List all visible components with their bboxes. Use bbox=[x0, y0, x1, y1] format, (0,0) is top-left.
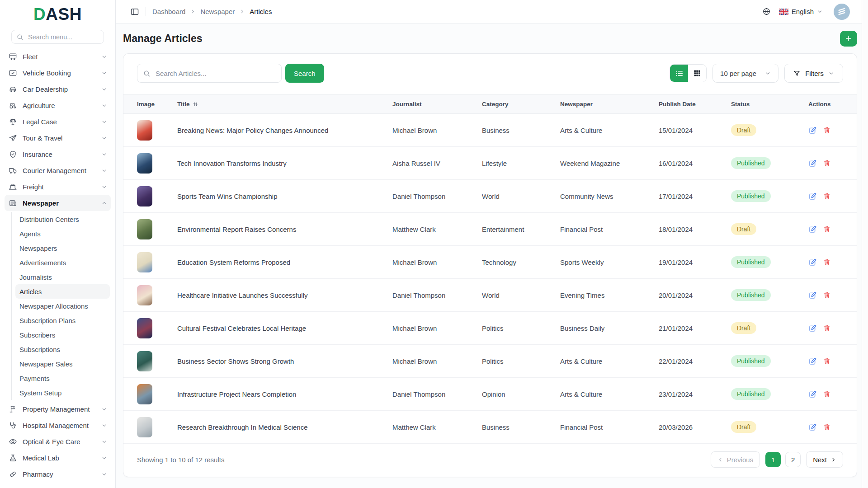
delete-button[interactable] bbox=[823, 291, 831, 299]
sidebar-subitem-subscription-plans[interactable]: Subscription Plans bbox=[15, 313, 110, 328]
sidebar-item-freight[interactable]: Freight bbox=[5, 178, 111, 195]
sidebar-item-pharmacy[interactable]: Pharmacy bbox=[5, 466, 111, 482]
sidebar-item-car-dealership[interactable]: Car Dealership bbox=[5, 81, 111, 97]
edit-icon bbox=[808, 126, 817, 135]
sidebar-item-agriculture[interactable]: Agriculture bbox=[5, 97, 111, 113]
previous-page-button[interactable]: Previous bbox=[711, 451, 760, 468]
sidebar-search bbox=[11, 30, 104, 44]
table-row: Infrastructure Project Nears CompletionD… bbox=[123, 378, 857, 411]
delete-button[interactable] bbox=[823, 126, 831, 134]
globe-icon[interactable] bbox=[762, 7, 771, 16]
column-header-status: Status bbox=[724, 95, 801, 114]
chevron-right-icon bbox=[830, 457, 836, 463]
search-button[interactable]: Search bbox=[285, 64, 324, 83]
delete-button[interactable] bbox=[823, 225, 831, 233]
delete-button[interactable] bbox=[823, 258, 831, 266]
article-publish-date: 23/01/2024 bbox=[651, 378, 724, 411]
table-header-row: ImageTitleJournalistCategoryNewspaperPub… bbox=[123, 95, 857, 114]
row-actions bbox=[808, 291, 849, 300]
sidebar-item-label: Courier Management bbox=[23, 167, 96, 174]
sidebar-item-medical-lab[interactable]: Medical Lab bbox=[5, 450, 111, 466]
status-badge: Published bbox=[731, 256, 771, 268]
articles-table: ImageTitleJournalistCategoryNewspaperPub… bbox=[123, 94, 857, 444]
delete-button[interactable] bbox=[823, 423, 831, 431]
edit-icon bbox=[808, 258, 817, 267]
sidebar-search-input[interactable] bbox=[27, 33, 99, 41]
language-selector[interactable]: English bbox=[776, 7, 826, 16]
sort-icon[interactable] bbox=[193, 101, 198, 107]
courier-truck-icon bbox=[8, 166, 17, 175]
sidebar-toggle-button[interactable] bbox=[130, 7, 139, 16]
page-button-1[interactable]: 1 bbox=[765, 452, 781, 467]
sidebar-subitem-distribution-centers[interactable]: Distribution Centers bbox=[15, 212, 110, 226]
edit-icon bbox=[808, 192, 817, 201]
edit-button[interactable] bbox=[808, 159, 817, 168]
plane-icon bbox=[8, 133, 17, 142]
sidebar-subitem-payments[interactable]: Payments bbox=[15, 371, 110, 385]
edit-button[interactable] bbox=[808, 258, 817, 267]
delete-button[interactable] bbox=[823, 357, 831, 365]
sidebar-subitem-newspapers[interactable]: Newspapers bbox=[15, 241, 110, 255]
breadcrumb-dashboard[interactable]: Dashboard bbox=[152, 8, 185, 15]
sidebar-item-newspaper[interactable]: Newspaper bbox=[5, 195, 111, 211]
sidebar-item-label: Insurance bbox=[23, 150, 96, 158]
sidebar-item-optical-eye-care[interactable]: Optical & Eye Care bbox=[5, 433, 111, 450]
image-cell bbox=[123, 180, 170, 213]
flask-icon bbox=[8, 453, 17, 462]
shield-icon bbox=[8, 150, 17, 159]
column-header-actions: Actions bbox=[801, 95, 857, 114]
sidebar-item-hospital-management[interactable]: Hospital Management bbox=[5, 417, 111, 433]
delete-button[interactable] bbox=[823, 192, 831, 200]
edit-button[interactable] bbox=[808, 390, 817, 399]
sidebar-item-insurance[interactable]: Insurance bbox=[5, 146, 111, 162]
edit-button[interactable] bbox=[808, 225, 817, 234]
next-page-button[interactable]: Next bbox=[806, 451, 843, 468]
articles-search bbox=[137, 64, 282, 83]
per-page-select[interactable]: 10 per page bbox=[712, 64, 778, 83]
breadcrumb-newspaper[interactable]: Newspaper bbox=[200, 8, 235, 15]
article-category: Politics bbox=[475, 345, 553, 378]
delete-button[interactable] bbox=[823, 324, 831, 332]
edit-button[interactable] bbox=[808, 192, 817, 201]
sidebar-item-tour-travel[interactable]: Tour & Travel bbox=[5, 130, 111, 146]
filters-button[interactable]: Filters bbox=[784, 64, 843, 83]
delete-button[interactable] bbox=[823, 390, 831, 398]
edit-button[interactable] bbox=[808, 423, 817, 432]
article-newspaper: Financial Post bbox=[553, 213, 651, 246]
sidebar-subitem-subscriptions[interactable]: Subscriptions bbox=[15, 342, 110, 357]
sidebar-subitem-advertisements[interactable]: Advertisements bbox=[15, 255, 110, 270]
row-actions bbox=[808, 258, 849, 267]
edit-button[interactable] bbox=[808, 357, 817, 366]
sidebar-subitem-newspaper-sales[interactable]: Newspaper Sales bbox=[15, 357, 110, 371]
trash-icon bbox=[823, 258, 831, 266]
sidebar-item-vehicle-booking[interactable]: Vehicle Booking bbox=[5, 65, 111, 81]
sidebar-item-legal-case[interactable]: Legal Case bbox=[5, 113, 111, 130]
results-summary: Showing 1 to 10 of 12 results bbox=[137, 456, 224, 464]
window-scrollbar[interactable] bbox=[862, 0, 868, 488]
sidebar-subitem-agents[interactable]: Agents bbox=[15, 226, 110, 241]
chevron-down-icon bbox=[101, 422, 107, 428]
status-cell: Published bbox=[724, 279, 801, 312]
add-article-button[interactable] bbox=[840, 31, 857, 47]
articles-search-input[interactable] bbox=[155, 69, 276, 78]
delete-button[interactable] bbox=[823, 159, 831, 167]
edit-button[interactable] bbox=[808, 324, 817, 333]
sidebar-subitem-newspaper-allocations[interactable]: Newspaper Allocations bbox=[15, 299, 110, 313]
sidebar-subitem-system-setup[interactable]: System Setup bbox=[15, 385, 110, 400]
sidebar-subitem-journalists[interactable]: Journalists bbox=[15, 270, 110, 284]
edit-button[interactable] bbox=[808, 126, 817, 135]
sidebar-item-property-management[interactable]: Property Management bbox=[5, 401, 111, 417]
edit-button[interactable] bbox=[808, 291, 817, 300]
article-newspaper: Weekend Magazine bbox=[553, 147, 651, 180]
column-header-publish-date: Publish Date bbox=[651, 95, 724, 114]
stethoscope-icon bbox=[8, 421, 17, 430]
list-view-button[interactable] bbox=[670, 65, 688, 82]
sidebar-subitem-subscribers[interactable]: Subscribers bbox=[15, 328, 110, 342]
user-avatar[interactable] bbox=[834, 4, 850, 20]
status-cell: Draft bbox=[724, 213, 801, 246]
page-button-2[interactable]: 2 bbox=[785, 452, 801, 467]
sidebar-item-fleet[interactable]: Fleet bbox=[5, 48, 111, 65]
sidebar-subitem-articles[interactable]: Articles bbox=[15, 284, 110, 299]
sidebar-item-courier-management[interactable]: Courier Management bbox=[5, 162, 111, 178]
grid-view-button[interactable] bbox=[688, 65, 706, 82]
